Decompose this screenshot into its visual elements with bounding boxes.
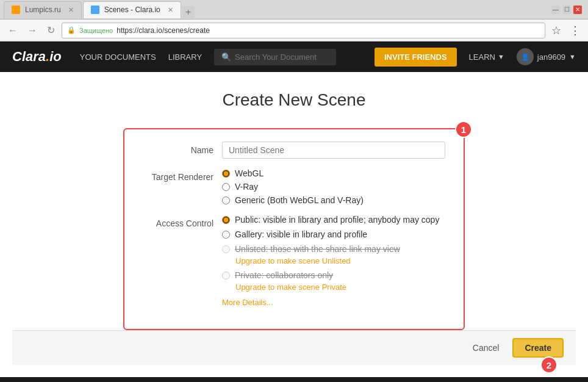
access-public-radio[interactable]	[222, 216, 230, 224]
annotation-badge-2: 2	[540, 356, 558, 373]
tab1-label: Lumpics.ru	[25, 5, 61, 14]
access-gallery-radio[interactable]	[222, 231, 230, 239]
renderer-webgl-radio[interactable]	[222, 170, 230, 178]
tab2-favicon	[91, 5, 99, 14]
back-button[interactable]: ←	[5, 24, 21, 37]
renderer-vray-radio[interactable]	[222, 183, 230, 191]
browser-tab-2[interactable]: Scenes - Clara.io ✕	[83, 1, 181, 18]
url-secure-label: Защищено	[79, 27, 113, 34]
target-renderer-row: Target Renderer WebGL V-Ray Generic (Bot…	[143, 168, 445, 205]
cancel-button[interactable]: Cancel	[465, 339, 507, 356]
learn-chevron-icon: ▼	[498, 53, 504, 60]
browser-menu-button[interactable]: ⋮	[567, 23, 583, 38]
avatar: 👤	[517, 48, 534, 65]
access-unlisted: Unlisted: those with the share link may …	[222, 244, 445, 254]
access-gallery[interactable]: Gallery: visible in library and profile	[222, 229, 445, 239]
learn-button[interactable]: LEARN ▼	[469, 52, 504, 62]
new-tab-button[interactable]: +	[182, 6, 195, 18]
access-unlisted-radio	[222, 245, 230, 253]
annotation-badge-1: 1	[455, 121, 472, 138]
tab1-favicon	[12, 5, 20, 14]
browser-tab-1[interactable]: Lumpics.ru ✕	[4, 1, 82, 18]
main-content: Create New Scene 1 Name Target Renderer …	[0, 72, 588, 377]
site-footer: Clara.io LIBRARY LEARN PRICING PARTNERS …	[0, 377, 588, 382]
create-scene-form: 1 Name Target Renderer WebGL V-Ray	[123, 128, 465, 330]
tab1-close[interactable]: ✕	[68, 6, 74, 14]
renderer-generic-radio[interactable]	[222, 196, 230, 204]
target-renderer-label: Target Renderer	[143, 168, 222, 182]
forward-button[interactable]: →	[24, 24, 40, 37]
create-button[interactable]: Create	[512, 338, 564, 358]
renderer-radio-group: WebGL V-Ray Generic (Both WebGL and V-Ra…	[222, 168, 445, 205]
renderer-webgl[interactable]: WebGL	[222, 168, 445, 178]
access-private: Private: collaborators only	[222, 270, 445, 280]
window-minimize-button[interactable]: —	[551, 5, 560, 14]
access-public[interactable]: Public: visible in library and profile; …	[222, 215, 445, 225]
invite-friends-button[interactable]: INVITE FRIENDS	[375, 48, 457, 67]
url-text: https://clara.io/scenes/create	[117, 26, 210, 35]
user-chevron-icon: ▼	[569, 53, 576, 60]
search-icon: 🔍	[221, 52, 231, 62]
access-private-radio	[222, 272, 230, 279]
window-close-button[interactable]: ✕	[573, 5, 582, 14]
renderer-generic[interactable]: Generic (Both WebGL and V-Ray)	[222, 195, 445, 205]
access-control-row: Access Control Public: visible in librar…	[143, 215, 445, 307]
address-bar-row: ← → ↻ 🔒 Защищено https://clara.io/scenes…	[0, 20, 588, 41]
address-bar[interactable]: 🔒 Защищено https://clara.io/scenes/creat…	[62, 23, 545, 38]
bookmark-button[interactable]: ☆	[549, 23, 564, 38]
action-bar: Cancel Create 2	[12, 330, 576, 365]
access-radio-group: Public: visible in library and profile; …	[222, 215, 445, 292]
access-control-label: Access Control	[143, 215, 222, 228]
upgrade-unlisted-link[interactable]: Upgrade to make scene Unlisted	[235, 256, 445, 265]
reload-button[interactable]: ↻	[44, 23, 58, 37]
nav-your-documents[interactable]: YOUR DOCUMENTS	[80, 52, 156, 62]
window-maximize-button[interactable]: ☐	[562, 5, 571, 14]
renderer-controls: WebGL V-Ray Generic (Both WebGL and V-Ra…	[222, 168, 445, 205]
search-box: 🔍	[214, 49, 336, 65]
page-title: Create New Scene	[12, 90, 576, 110]
search-input[interactable]	[235, 52, 332, 62]
renderer-vray[interactable]: V-Ray	[222, 182, 445, 192]
name-label: Name	[143, 142, 222, 155]
name-input[interactable]	[222, 142, 445, 159]
app-logo[interactable]: Clara.io	[12, 49, 62, 65]
lock-icon: 🔒	[67, 26, 76, 34]
access-controls: Public: visible in library and profile; …	[222, 215, 445, 307]
name-row: Name	[143, 142, 445, 159]
tab2-close[interactable]: ✕	[168, 6, 173, 14]
more-details-link[interactable]: More Details...	[222, 298, 445, 307]
upgrade-private-link[interactable]: Upgrade to make scene Private	[235, 283, 445, 292]
tab2-label: Scenes - Clara.io	[104, 5, 160, 14]
user-menu-button[interactable]: 👤 jan9609 ▼	[517, 48, 576, 65]
app-header: Clara.io YOUR DOCUMENTS LIBRARY 🔍 INVITE…	[0, 41, 588, 72]
nav-library[interactable]: LIBRARY	[168, 52, 202, 62]
name-controls	[222, 142, 445, 159]
